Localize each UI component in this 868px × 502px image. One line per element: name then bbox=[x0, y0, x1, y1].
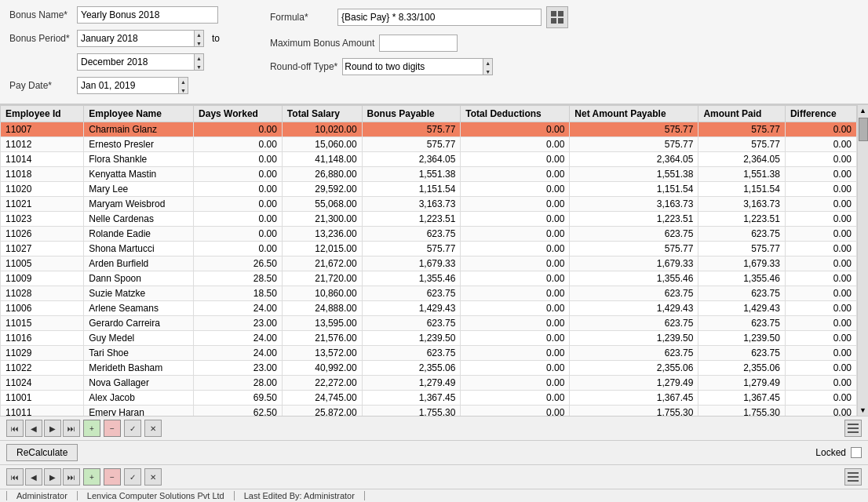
table-cell: 2,355.06 bbox=[570, 361, 698, 376]
table-cell: Suzie Matzke bbox=[84, 286, 194, 301]
table-cell: Nova Gallager bbox=[84, 376, 194, 391]
bottom-cancel-button[interactable]: ✕ bbox=[144, 468, 162, 486]
table-row[interactable]: 11011Emery Haran62.5025,872.001,755.300.… bbox=[1, 406, 857, 417]
table-row[interactable]: 11029Tari Shoe24.0013,572.00623.750.0062… bbox=[1, 346, 857, 361]
nav-prev-button[interactable]: ◀ bbox=[25, 420, 42, 437]
bottom-settings-icon bbox=[848, 471, 859, 482]
table-row[interactable]: 11009Dann Spoon28.5021,720.001,355.460.0… bbox=[1, 271, 857, 286]
bonus-period-end-input[interactable] bbox=[77, 53, 195, 71]
table-row[interactable]: 11014Flora Shankle0.0041,148.002,364.050… bbox=[1, 152, 857, 167]
bottom-nav-first-button[interactable]: ⏮ bbox=[6, 468, 24, 486]
table-cell: 0.00 bbox=[785, 122, 856, 137]
table-row[interactable]: 11024Nova Gallager28.0022,272.001,279.49… bbox=[1, 376, 857, 391]
scrollbar-thumb[interactable] bbox=[859, 118, 868, 141]
bonus-period-start-spinner[interactable]: ▲ ▼ bbox=[195, 30, 204, 47]
nav-first-button[interactable]: ⏮ bbox=[6, 420, 24, 437]
table-cell: 11029 bbox=[1, 346, 84, 361]
confirm-button[interactable]: ✓ bbox=[124, 420, 141, 437]
vertical-scrollbar[interactable]: ▲ ▼ bbox=[857, 105, 868, 416]
table-cell: 2,355.06 bbox=[362, 361, 461, 376]
scroll-up-arrow[interactable]: ▲ bbox=[858, 105, 868, 116]
table-cell: 0.00 bbox=[461, 361, 570, 376]
table-cell: 0.00 bbox=[785, 406, 856, 417]
table-cell: 0.00 bbox=[785, 316, 856, 331]
table-settings-button[interactable] bbox=[844, 420, 862, 437]
table-cell: 24.00 bbox=[194, 346, 283, 361]
table-cell: 575.77 bbox=[570, 122, 698, 137]
table-row[interactable]: 11022Merideth Basham23.0040,992.002,355.… bbox=[1, 361, 857, 376]
pay-date-spinner[interactable]: ▲ ▼ bbox=[179, 77, 188, 94]
table-row[interactable]: 11020Mary Lee0.0029,592.001,151.540.001,… bbox=[1, 182, 857, 197]
bottom-remove-button[interactable]: − bbox=[104, 468, 121, 486]
pay-date-input[interactable] bbox=[77, 77, 179, 94]
max-bonus-input[interactable] bbox=[379, 35, 458, 52]
table-cell: 11005 bbox=[1, 256, 84, 271]
bottom-nav-last-button[interactable]: ⏭ bbox=[63, 468, 80, 486]
roundoff-input[interactable] bbox=[342, 58, 483, 75]
table-cell: 62.50 bbox=[194, 406, 283, 417]
max-bonus-group: Maximum Bonus Amount bbox=[270, 35, 568, 52]
remove-row-button[interactable]: − bbox=[104, 420, 121, 437]
table-cell: 11020 bbox=[1, 182, 84, 197]
bottom-confirm-button[interactable]: ✓ bbox=[124, 468, 141, 486]
table-cell: 623.75 bbox=[570, 316, 698, 331]
table-row[interactable]: 11001Alex Jacob69.5024,745.001,367.450.0… bbox=[1, 391, 857, 406]
table-cell: Rolande Eadie bbox=[84, 227, 194, 242]
table-cell: 623.75 bbox=[698, 316, 785, 331]
table-cell: 21,720.00 bbox=[282, 271, 362, 286]
roundoff-spinner[interactable]: ▲ ▼ bbox=[483, 58, 493, 75]
add-row-button[interactable]: + bbox=[83, 420, 100, 437]
col-net-amount: Net Amount Payable bbox=[570, 106, 698, 122]
table-row[interactable]: 11006Arlene Seamans24.0024,888.001,429.4… bbox=[1, 301, 857, 316]
table-row[interactable]: 11018Kenyatta Mastin0.0026,880.001,551.3… bbox=[1, 167, 857, 182]
bonus-period-end-spinner[interactable]: ▲ ▼ bbox=[195, 53, 204, 71]
table-row[interactable]: 11027Shona Martucci0.0012,015.00575.770.… bbox=[1, 242, 857, 256]
table-cell: 11007 bbox=[1, 122, 84, 137]
locked-checkbox[interactable] bbox=[851, 447, 862, 458]
cancel-button[interactable]: ✕ bbox=[144, 420, 162, 437]
table-cell: 41,148.00 bbox=[282, 152, 362, 167]
table-row[interactable]: 11026Rolande Eadie0.0013,236.00623.750.0… bbox=[1, 227, 857, 242]
nav-last-button[interactable]: ⏭ bbox=[63, 420, 80, 437]
table-cell: 0.00 bbox=[785, 152, 856, 167]
table-cell: 11018 bbox=[1, 167, 84, 182]
col-difference: Difference bbox=[785, 106, 856, 122]
bottom-toolbar: ReCalculate Locked bbox=[0, 440, 868, 464]
locked-label: Locked bbox=[815, 447, 846, 458]
table-cell: Emery Haran bbox=[84, 406, 194, 417]
table-cell: 24.00 bbox=[194, 331, 283, 346]
table-cell: 0.00 bbox=[785, 301, 856, 316]
bonus-period-group: Bonus Period* ▲ ▼ to bbox=[9, 30, 223, 47]
table-cell: 10,020.00 bbox=[282, 122, 362, 137]
bottom-nav-toolbar: ⏮ ◀ ▶ ⏭ + − ✓ ✕ bbox=[0, 464, 868, 489]
formula-input[interactable] bbox=[337, 9, 542, 26]
table-row[interactable]: 11028Suzie Matzke18.5010,860.00623.750.0… bbox=[1, 286, 857, 301]
scroll-down-arrow[interactable]: ▼ bbox=[858, 405, 868, 416]
table-row[interactable]: 11023Nelle Cardenas0.0021,300.001,223.51… bbox=[1, 212, 857, 227]
table-cell: 1,151.54 bbox=[570, 182, 698, 197]
table-cell: Arlene Seamans bbox=[84, 301, 194, 316]
table-cell: 0.00 bbox=[461, 152, 570, 167]
table-scroll-area[interactable]: Employee Id Employee Name Days Worked To… bbox=[0, 105, 857, 416]
formula-grid-button[interactable] bbox=[546, 6, 568, 28]
table-row[interactable]: 11007Charmain Glanz0.0010,020.00575.770.… bbox=[1, 122, 857, 137]
bottom-add-button[interactable]: + bbox=[83, 468, 100, 486]
table-row[interactable]: 11015Gerardo Carreira23.0013,595.00623.7… bbox=[1, 316, 857, 331]
table-cell: 1,355.46 bbox=[362, 271, 461, 286]
table-cell: 0.00 bbox=[461, 406, 570, 417]
table-row[interactable]: 11012Ernesto Presler0.0015,060.00575.770… bbox=[1, 137, 857, 152]
nav-next-button[interactable]: ▶ bbox=[44, 420, 61, 437]
recalculate-button[interactable]: ReCalculate bbox=[6, 444, 78, 461]
table-row[interactable]: 11016Guy Medel24.0021,576.001,239.500.00… bbox=[1, 331, 857, 346]
bonus-period-start-input[interactable] bbox=[77, 30, 195, 47]
table-cell: 40,992.00 bbox=[282, 361, 362, 376]
table-cell: 10,860.00 bbox=[282, 286, 362, 301]
table-cell: 22,272.00 bbox=[282, 376, 362, 391]
table-cell: 13,236.00 bbox=[282, 227, 362, 242]
table-row[interactable]: 11005Arden Burfield26.5021,672.001,679.3… bbox=[1, 256, 857, 271]
table-row[interactable]: 11021Maryam Weisbrod0.0055,068.003,163.7… bbox=[1, 197, 857, 212]
bottom-nav-next-button[interactable]: ▶ bbox=[44, 468, 61, 486]
bottom-settings-button[interactable] bbox=[844, 468, 862, 486]
bottom-nav-prev-button[interactable]: ◀ bbox=[25, 468, 42, 486]
bonus-name-input[interactable] bbox=[77, 6, 218, 24]
